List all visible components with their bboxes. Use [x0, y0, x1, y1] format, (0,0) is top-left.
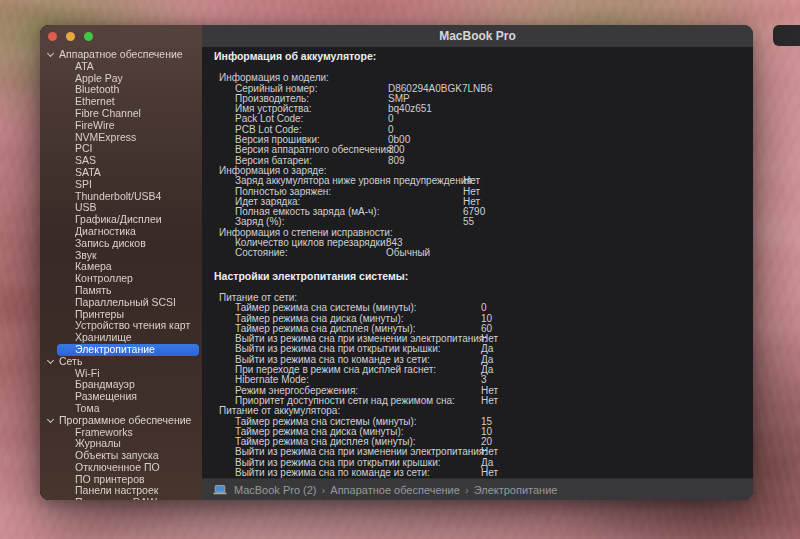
sidebar-item-панели-настроек[interactable]: Панели настроек	[40, 485, 202, 497]
sidebar-item-fibre-channel[interactable]: Fibre Channel	[40, 108, 202, 120]
breadcrumb-segment: Аппаратное обеспечение	[330, 484, 460, 496]
power-settings-heading: Настройки электропитания системы:	[214, 271, 745, 281]
battery-pane: Информация об аккумуляторе: Информация о…	[202, 47, 753, 479]
window-title: MacBook Pro	[439, 29, 516, 43]
info-value: Нет	[481, 468, 498, 478]
sidebar-item-pci[interactable]: PCI	[40, 143, 202, 155]
sidebar-item-sas[interactable]: SAS	[40, 155, 202, 167]
sidebar-item-ata[interactable]: ATA	[40, 61, 202, 73]
breadcrumb-segment: Электропитание	[474, 484, 558, 496]
sidebar-section-программное-обеспечение[interactable]: Программное обеспечение	[40, 415, 202, 427]
sidebar-item-журналы[interactable]: Журналы	[40, 438, 202, 450]
sidebar-item-frameworks[interactable]: Frameworks	[40, 427, 202, 439]
info-row: Серийный номер:D860294A0BGK7LNB6	[235, 84, 745, 94]
sidebar-item-nvmexpress[interactable]: NVMExpress	[40, 132, 202, 144]
sidebar-item-bluetooth[interactable]: Bluetooth	[40, 84, 202, 96]
laptop-icon	[213, 485, 227, 495]
sidebar-item-принтеры[interactable]: Принтеры	[40, 309, 202, 321]
info-row: Полностью заряжен:Нет	[235, 187, 745, 197]
battery-groups: Информация о модели:Серийный номер:D8602…	[214, 73, 745, 258]
info-value: 809	[388, 156, 405, 166]
info-row: Имя устройства:bq40z651	[235, 104, 745, 114]
sidebar-item-хранилище[interactable]: Хранилище	[40, 332, 202, 344]
zoom-button[interactable]	[84, 32, 93, 41]
title-bar[interactable]: MacBook Pro	[202, 25, 753, 48]
close-button[interactable]	[48, 32, 57, 41]
sidebar-item-тома[interactable]: Тома	[40, 403, 202, 415]
group-label: Питание от аккумулятора:	[219, 406, 745, 416]
chevron-down-icon[interactable]	[47, 416, 54, 423]
window-controls	[48, 32, 93, 41]
info-row: Полная емкость заряда (мА-ч):6790	[235, 207, 745, 217]
sidebar: Аппаратное обеспечениеATAApple PayBlueto…	[40, 25, 202, 500]
sidebar-item-запись-дисков[interactable]: Запись дисков	[40, 238, 202, 250]
sidebar-item-объекты-запуска[interactable]: Объекты запуска	[40, 450, 202, 462]
sidebar-item-размещения[interactable]: Размещения	[40, 391, 202, 403]
info-label: Состояние:	[235, 248, 386, 258]
sidebar-item-электропитание[interactable]: Электропитание	[57, 344, 199, 356]
sidebar-item-usb[interactable]: USB	[40, 202, 202, 214]
sidebar-section-аппаратное-обеспечение[interactable]: Аппаратное обеспечение	[40, 49, 202, 61]
info-value: Нет	[481, 396, 498, 406]
info-row: Pack Lot Code:0	[235, 114, 745, 124]
info-row: Состояние:Обычный	[235, 248, 745, 258]
sidebar-item-firewire[interactable]: FireWire	[40, 120, 202, 132]
info-value: 0	[481, 303, 487, 313]
minimize-button[interactable]	[66, 32, 75, 41]
status-bar: MacBook Pro (2) › Аппаратное обеспечение…	[202, 478, 753, 500]
sidebar-item-sata[interactable]: SATA	[40, 167, 202, 179]
breadcrumb-device: MacBook Pro (2)	[234, 484, 317, 496]
sidebar-item-wi-fi[interactable]: Wi-Fi	[40, 368, 202, 380]
sidebar-item-thunderbolt-usb4[interactable]: Thunderbolt/USB4	[40, 191, 202, 203]
sidebar-item-по-принтеров[interactable]: ПО принтеров	[40, 474, 202, 486]
breadcrumb: MacBook Pro (2) › Аппаратное обеспечение…	[234, 484, 557, 496]
sidebar-item-ethernet[interactable]: Ethernet	[40, 96, 202, 108]
sidebar-item-поддержка-raw[interactable]: Поддержка RAW	[40, 497, 202, 500]
info-label: Выйти из режима сна по команде из сети:	[235, 468, 481, 478]
info-value: 55	[463, 217, 474, 227]
info-value: Обычный	[386, 248, 430, 258]
sidebar-item-диагностика[interactable]: Диагностика	[40, 226, 202, 238]
info-label: Таймер режима сна системы (минуты):	[235, 303, 481, 313]
sidebar-item-устройство-чтения-карт[interactable]: Устройство чтения карт	[40, 320, 202, 332]
sidebar-item-apple-pay[interactable]: Apple Pay	[40, 73, 202, 85]
sidebar-item-spi[interactable]: SPI	[40, 179, 202, 191]
breadcrumb-separator: ›	[460, 484, 474, 496]
sidebar-item-камера[interactable]: Камера	[40, 261, 202, 273]
chevron-down-icon[interactable]	[47, 357, 54, 364]
sidebar-item-память[interactable]: Память	[40, 285, 202, 297]
battery-info-heading: Информация об аккумуляторе:	[214, 51, 745, 61]
sidebar-list: Аппаратное обеспечениеATAApple PayBlueto…	[40, 49, 202, 500]
chevron-down-icon[interactable]	[47, 50, 54, 57]
background-window-edge	[773, 25, 800, 46]
info-row: Выйти из режима сна по команде из сети:Н…	[235, 468, 745, 478]
power-groups: Питание от сети:Таймер режима сна систем…	[214, 293, 745, 478]
system-information-window: Аппаратное обеспечениеATAApple PayBlueto…	[40, 25, 753, 500]
sidebar-item-отключенное-по[interactable]: Отключенное ПО	[40, 462, 202, 474]
sidebar-item-звук[interactable]: Звук	[40, 250, 202, 262]
info-row: При переходе в режим сна дисплей гаснет:…	[235, 365, 745, 375]
sidebar-item-параллельный-scsi[interactable]: Параллельный SCSI	[40, 297, 202, 309]
breadcrumb-separator: ›	[317, 484, 331, 496]
sidebar-item-графика-дисплеи[interactable]: Графика/Дисплеи	[40, 214, 202, 226]
info-row: Количество циклов перезарядки:843	[235, 238, 745, 248]
sidebar-item-брандмауэр[interactable]: Брандмауэр	[40, 379, 202, 391]
info-row: Таймер режима сна системы (минуты):0	[235, 303, 745, 313]
info-value: bq40z651	[388, 104, 432, 114]
sidebar-section-сеть[interactable]: Сеть	[40, 356, 202, 368]
sidebar-item-контроллер[interactable]: Контроллер	[40, 273, 202, 285]
